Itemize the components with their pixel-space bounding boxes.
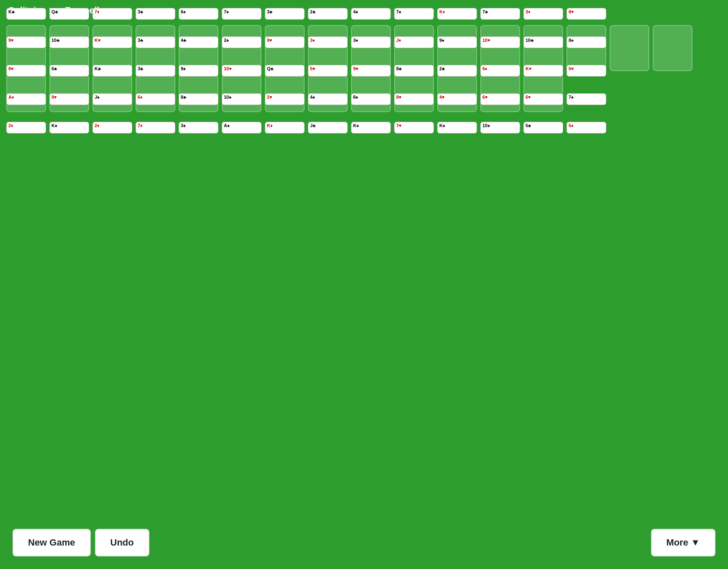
table-row[interactable]: 9♥ bbox=[351, 65, 391, 77]
table-row[interactable]: K♥ bbox=[92, 36, 132, 48]
placeholder-9[interactable] bbox=[351, 25, 391, 71]
table-row[interactable]: 4♠ bbox=[308, 93, 348, 105]
table-row[interactable]: 2♠ bbox=[222, 36, 261, 48]
table-row[interactable]: 6♠ bbox=[179, 8, 218, 20]
table-row[interactable]: 9♥ bbox=[6, 36, 46, 48]
placeholder-13[interactable] bbox=[523, 25, 563, 71]
table-row[interactable]: 8♥ bbox=[567, 8, 606, 20]
table-row[interactable]: 7♠ bbox=[394, 8, 434, 20]
placeholder-12[interactable] bbox=[480, 25, 520, 71]
placeholder-1[interactable] bbox=[6, 25, 46, 71]
card-label: 4♥ bbox=[438, 94, 477, 101]
table-row[interactable]: 10♠ bbox=[222, 93, 261, 105]
table-row[interactable]: 7♠ bbox=[567, 93, 606, 105]
table-row[interactable]: 5♥ bbox=[308, 65, 348, 77]
placeholder-4[interactable] bbox=[136, 25, 175, 71]
table-row[interactable]: 8♠ bbox=[567, 36, 606, 48]
table-row[interactable]: 7♥ bbox=[394, 122, 434, 133]
table-row[interactable]: 9♥ bbox=[265, 36, 305, 48]
card-label: Q♣ bbox=[50, 8, 89, 15]
table-row[interactable]: K♠ bbox=[49, 122, 89, 133]
table-row[interactable]: K♠ bbox=[437, 122, 477, 133]
table-row[interactable]: K♣ bbox=[6, 8, 46, 20]
table-row[interactable]: 4♣ bbox=[179, 36, 218, 48]
table-row[interactable]: 9♥ bbox=[6, 65, 46, 77]
table-row[interactable]: 6♦ bbox=[136, 93, 175, 105]
placeholder-10[interactable] bbox=[394, 25, 434, 71]
table-row[interactable]: 7♠ bbox=[222, 8, 261, 20]
card-label: 2♣ bbox=[308, 8, 347, 15]
table-row[interactable]: 9♥ bbox=[49, 93, 89, 105]
table-row[interactable]: A♦ bbox=[6, 93, 46, 105]
table-row[interactable]: 10♣ bbox=[49, 36, 89, 48]
table-row[interactable]: Q♣ bbox=[265, 65, 305, 77]
table-row[interactable]: J♠ bbox=[92, 93, 132, 105]
table-row[interactable]: 3♣ bbox=[136, 36, 175, 48]
card-label: 3♣ bbox=[136, 65, 175, 72]
table-row[interactable]: J♣ bbox=[308, 122, 348, 133]
table-row[interactable]: 10♥ bbox=[480, 36, 520, 48]
placeholder-11[interactable] bbox=[437, 25, 477, 71]
placeholder-2[interactable] bbox=[49, 25, 89, 71]
table-row[interactable]: 7♣ bbox=[480, 8, 520, 20]
card-label: 10♣ bbox=[524, 37, 563, 44]
table-row[interactable]: 2♦ bbox=[6, 122, 46, 133]
table-row[interactable]: 3♠ bbox=[179, 122, 218, 133]
table-row[interactable]: 7♦ bbox=[136, 122, 175, 133]
table-row[interactable]: 3♣ bbox=[136, 8, 175, 20]
placeholder-5[interactable] bbox=[179, 25, 218, 71]
table-row[interactable]: 5♦ bbox=[567, 122, 606, 133]
table-row[interactable]: 3♣ bbox=[265, 8, 305, 20]
table-row[interactable]: 3♦ bbox=[308, 36, 348, 48]
table-row[interactable]: 6♥ bbox=[480, 93, 520, 105]
table-row[interactable]: 9♠ bbox=[179, 65, 218, 77]
table-row[interactable]: 9♠ bbox=[437, 36, 477, 48]
table-row[interactable]: 8♣ bbox=[179, 93, 218, 105]
table-row[interactable]: 8♣ bbox=[394, 65, 434, 77]
table-row[interactable]: 8♠ bbox=[351, 93, 391, 105]
placeholder-15[interactable] bbox=[610, 25, 649, 71]
table-row[interactable]: K♣ bbox=[92, 65, 132, 77]
table-row[interactable]: 10♣ bbox=[523, 36, 563, 48]
placeholder-8[interactable] bbox=[308, 25, 348, 71]
table-row[interactable]: 3♠ bbox=[351, 36, 391, 48]
table-row[interactable]: 4♠ bbox=[351, 8, 391, 20]
table-row[interactable]: 3♦ bbox=[523, 8, 563, 20]
table-row[interactable]: 6♣ bbox=[49, 65, 89, 77]
more-button[interactable]: More ▼ bbox=[651, 529, 715, 556]
card-label: J♠ bbox=[93, 94, 132, 101]
table-row[interactable]: K♠ bbox=[351, 122, 391, 133]
card-label: A♦ bbox=[7, 94, 46, 101]
table-row[interactable]: 6♥ bbox=[523, 93, 563, 105]
table-row[interactable]: 10♥ bbox=[222, 65, 261, 77]
placeholder-3[interactable] bbox=[92, 25, 132, 71]
placeholder-6[interactable] bbox=[222, 25, 261, 71]
table-row[interactable]: 10♠ bbox=[480, 122, 520, 133]
new-game-button[interactable]: New Game bbox=[13, 529, 91, 556]
table-row[interactable]: K♥ bbox=[523, 65, 563, 77]
card-label: K♠ bbox=[438, 122, 477, 129]
placeholder-14[interactable] bbox=[567, 25, 606, 71]
table-row[interactable]: 2♣ bbox=[308, 8, 348, 20]
table-row[interactable]: 8♥ bbox=[394, 93, 434, 105]
table-row[interactable]: 6♦ bbox=[480, 65, 520, 77]
table-row[interactable]: K♦ bbox=[265, 122, 305, 133]
table-row[interactable]: J♦ bbox=[394, 36, 434, 48]
table-row[interactable]: 5♥ bbox=[567, 65, 606, 77]
card-label: 7♦ bbox=[93, 8, 132, 15]
table-row[interactable]: 3♣ bbox=[136, 65, 175, 77]
card-label: 3♣ bbox=[136, 8, 175, 15]
table-row[interactable]: Q♣ bbox=[49, 8, 89, 20]
table-row[interactable]: 2♥ bbox=[265, 93, 305, 105]
placeholder-16[interactable] bbox=[653, 25, 692, 71]
table-row[interactable]: A♠ bbox=[222, 122, 261, 133]
table-row[interactable]: K♦ bbox=[437, 8, 477, 20]
table-row[interactable]: 2♦ bbox=[92, 122, 132, 133]
table-row[interactable]: 4♥ bbox=[437, 93, 477, 105]
table-row[interactable]: 7♦ bbox=[92, 8, 132, 20]
table-row[interactable]: 5♣ bbox=[523, 122, 563, 133]
card-label: 3♦ bbox=[524, 8, 563, 15]
undo-button[interactable]: Undo bbox=[95, 529, 149, 556]
placeholder-7[interactable] bbox=[265, 25, 305, 71]
table-row[interactable]: 2♣ bbox=[437, 65, 477, 77]
